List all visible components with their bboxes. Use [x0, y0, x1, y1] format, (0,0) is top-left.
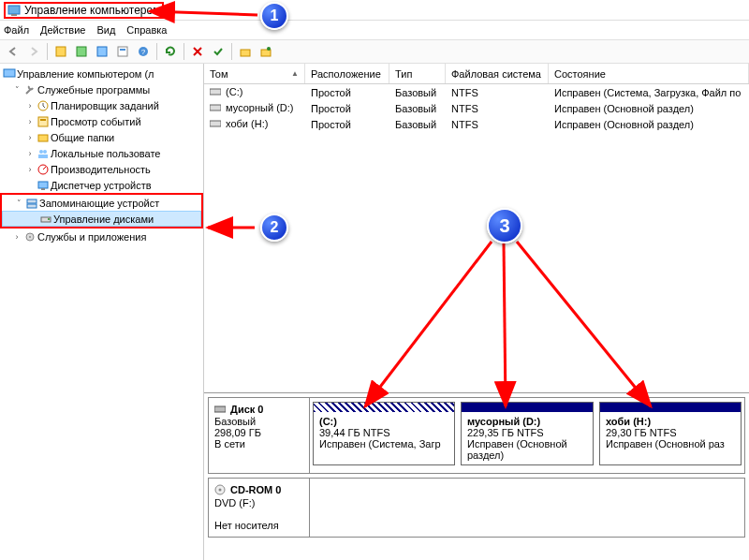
tree-services[interactable]: › Службы и приложения [0, 228, 203, 244]
event-icon [36, 115, 51, 128]
tree-device-manager[interactable]: Диспетчер устройств [0, 177, 203, 193]
menu-view[interactable]: Вид [96, 24, 115, 36]
svg-point-18 [43, 150, 47, 154]
services-icon [22, 230, 37, 243]
disk-info: Диск 0 Базовый 298,09 ГБ В сети [209, 398, 310, 473]
svg-rect-10 [261, 50, 271, 56]
svg-rect-0 [8, 6, 20, 14]
titlebar: Управление компьютером [0, 0, 749, 21]
tree-storage[interactable]: ˅ Запоминающие устройст [2, 195, 201, 211]
computer-icon [2, 67, 17, 81]
svg-rect-2 [56, 47, 66, 56]
svg-rect-12 [4, 69, 15, 77]
properties-button[interactable] [113, 42, 132, 61]
folder-icon [36, 131, 51, 144]
menu-file[interactable]: Файл [4, 24, 29, 36]
collapse-icon[interactable]: ˅ [11, 85, 22, 95]
checkmark-button[interactable] [209, 42, 228, 61]
expand-icon[interactable]: › [24, 133, 36, 142]
partition-h[interactable]: хоби (H:) 29,30 ГБ NTFS Исправен (Основн… [599, 402, 742, 465]
menu-action[interactable]: Действие [40, 24, 85, 36]
volume-list-header: Том▲ Расположение Тип Файловая система С… [204, 64, 749, 84]
tools-icon [22, 83, 37, 96]
tree-performance[interactable]: › Производительность [0, 161, 203, 177]
svg-rect-4 [97, 47, 107, 56]
disk-graphical-view[interactable]: Диск 0 Базовый 298,09 ГБ В сети (C:) 39,… [204, 393, 749, 560]
storage-icon [24, 197, 39, 210]
svg-point-34 [219, 489, 222, 492]
refresh-button[interactable] [161, 42, 180, 61]
tree-disk-management[interactable]: Управление дисками [2, 211, 201, 227]
svg-rect-22 [41, 188, 45, 190]
drive-icon [210, 103, 223, 114]
cdrom-row[interactable]: CD-ROM 0 DVD (F:) Нет носителя [208, 478, 745, 538]
collapse-icon[interactable]: ˅ [13, 199, 24, 208]
window-title: Управление компьютером [24, 4, 160, 17]
expand-icon[interactable]: › [24, 117, 36, 126]
back-button[interactable] [4, 42, 22, 61]
expand-icon[interactable]: › [24, 165, 36, 174]
col-type[interactable]: Тип [389, 64, 446, 83]
svg-point-28 [29, 236, 31, 238]
svg-rect-1 [11, 14, 17, 16]
cdrom-icon [214, 484, 228, 497]
app-icon [7, 4, 21, 17]
svg-rect-16 [38, 135, 48, 141]
cdrom-info: CD-ROM 0 DVD (F:) Нет носителя [209, 479, 310, 537]
expand-icon[interactable]: › [24, 101, 36, 111]
partition-d[interactable]: мусорный (D:) 229,35 ГБ NTFS Исправен (О… [461, 402, 594, 465]
help-button[interactable]: ? [134, 42, 153, 61]
svg-rect-31 [210, 121, 221, 126]
drive-icon [210, 119, 223, 130]
disk-row[interactable]: Диск 0 Базовый 298,09 ГБ В сети (C:) 39,… [208, 397, 745, 474]
expand-icon[interactable]: › [24, 149, 36, 158]
svg-point-11 [267, 47, 271, 51]
volume-list[interactable]: (C:) Простой Базовый NTFS Исправен (Сист… [204, 84, 749, 393]
col-layout[interactable]: Расположение [305, 64, 389, 83]
svg-rect-14 [38, 117, 48, 126]
svg-rect-5 [118, 47, 127, 56]
col-volume[interactable]: Том▲ [204, 64, 305, 83]
toolbar-icon[interactable] [72, 42, 91, 61]
volume-row[interactable]: (C:) Простой Базовый NTFS Исправен (Сист… [204, 84, 749, 100]
toolbar-icon[interactable] [51, 42, 70, 61]
volume-row[interactable]: хоби (H:) Простой Базовый NTFS Исправен … [204, 116, 749, 132]
svg-rect-24 [27, 204, 37, 208]
svg-rect-6 [120, 49, 125, 51]
device-icon [36, 179, 51, 192]
svg-rect-9 [241, 50, 250, 56]
delete-button[interactable] [188, 42, 207, 61]
tree-local-users[interactable]: › Локальные пользовате [0, 145, 203, 161]
svg-point-26 [48, 218, 50, 220]
col-fs[interactable]: Файловая система [446, 64, 549, 83]
col-status[interactable]: Состояние [549, 64, 749, 83]
toolbar-icon[interactable] [257, 42, 275, 61]
svg-rect-21 [38, 182, 48, 188]
partition-c[interactable]: (C:) 39,44 ГБ NTFS Исправен (Система, За… [313, 402, 455, 465]
menu-help[interactable]: Справка [126, 24, 167, 36]
drive-icon [210, 87, 223, 98]
tree-event-viewer[interactable]: › Просмотр событий [0, 113, 203, 129]
menubar: Файл Действие Вид Справка [0, 21, 749, 39]
perf-icon [36, 163, 51, 176]
tree-task-scheduler[interactable]: › Планировщик заданий [0, 97, 203, 113]
disk-icon [214, 405, 228, 416]
svg-rect-29 [210, 89, 221, 95]
svg-rect-19 [38, 155, 48, 158]
expand-icon[interactable]: › [11, 232, 22, 242]
tree-system-tools[interactable]: ˅ Служебные программы [0, 81, 203, 97]
navigation-tree[interactable]: Управление компьютером (л ˅ Служебные пр… [0, 64, 204, 560]
volume-row[interactable]: мусорный (D:) Простой Базовый NTFS Испра… [204, 100, 749, 116]
tree-root[interactable]: Управление компьютером (л [0, 66, 203, 81]
toolbar-icon[interactable] [236, 42, 255, 61]
tree-shared-folders[interactable]: › Общие папки [0, 129, 203, 145]
disk-mgmt-icon [38, 213, 53, 226]
forward-button[interactable] [24, 42, 43, 61]
svg-rect-32 [214, 406, 226, 412]
toolbar-icon[interactable] [93, 42, 111, 61]
users-icon [36, 147, 51, 160]
svg-rect-3 [77, 47, 86, 56]
svg-text:?: ? [141, 48, 146, 56]
toolbar: ? [0, 39, 749, 64]
svg-point-17 [39, 150, 43, 154]
